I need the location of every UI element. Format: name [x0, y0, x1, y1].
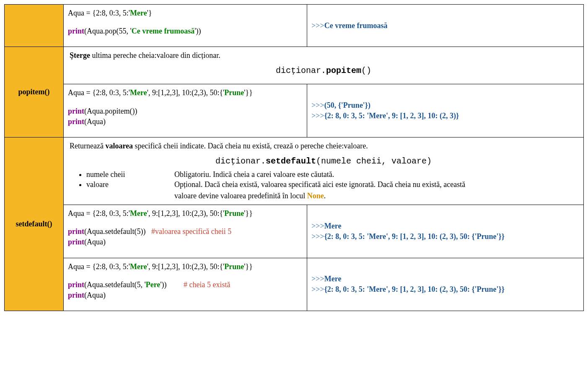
- code-keyword: print: [68, 238, 84, 246]
- code-text: (Aqua.pop(55, ': [84, 27, 132, 35]
- code-text: ', 9:[1,2,3], 10:(2,3), 50:{': [147, 209, 225, 218]
- code-keyword: print: [68, 27, 84, 35]
- code-text: ', 9:[1,2,3], 10:(2,3), 50:{': [147, 88, 225, 97]
- param-desc: Opțional. Dacă cheia există, valoarea sp…: [174, 180, 578, 189]
- code-text: '}}: [244, 88, 253, 97]
- code-string: Mere: [130, 262, 147, 271]
- code-text: ')): [194, 27, 201, 35]
- syntax-bold: popitem: [326, 66, 361, 75]
- syntax-text: dicționar.: [215, 156, 266, 166]
- param-name: valoare: [86, 180, 174, 189]
- list-item: numele cheii Obligatoriu. Indică cheia a…: [86, 170, 578, 179]
- table-row: Aqua = {2:8, 0:3, 5:'Mere', 9:[1,2,3], 1…: [5, 84, 584, 138]
- desc-bold: valoarea: [105, 142, 133, 150]
- param-list: numele cheii Obligatoriu. Indică cheia a…: [86, 170, 578, 189]
- code-cell: Aqua = {2:8, 0:3, 5:'Mere', 9:[1,2,3], 1…: [64, 258, 307, 311]
- desc-text: specifică cheii indicate. Dacă cheia nu …: [133, 142, 368, 150]
- table-row: Aqua = {2:8, 0:3, 5:'Mere', 9:[1,2,3], 1…: [5, 205, 584, 258]
- output-cell: >>>(50, {'Prune'}) >>>{2: 8, 0: 3, 5: 'M…: [307, 84, 584, 138]
- output-cell: >>>Mere >>>{2: 8, 0: 3, 5: 'Mere', 9: [1…: [307, 205, 584, 258]
- code-text: ', 9:[1,2,3], 10:(2,3), 50:{': [147, 262, 225, 271]
- code-text: (Aqua.popitem()): [84, 107, 137, 115]
- table-row: popitem() Șterge ultima pereche cheia:va…: [5, 47, 584, 84]
- output-prompt: >>>: [311, 112, 324, 120]
- code-text: ')): [160, 280, 184, 289]
- syntax-text: dicționar.: [276, 66, 326, 75]
- table-row: Aqua = {2:8, 0:3, 5:'Mere'} print(Aqua.p…: [5, 5, 584, 47]
- output-text: {2: 8, 0: 3, 5: 'Mere', 9: [1, 2, 3], 10…: [324, 112, 459, 120]
- code-text: Aqua = {2:8, 0:3, 5:': [68, 209, 130, 218]
- output-text: (50, {'Prune'}): [324, 101, 370, 109]
- code-string: Prune: [224, 88, 244, 97]
- code-keyword: print: [68, 107, 84, 115]
- code-text: Aqua = {2:8, 0:3, 5:': [68, 262, 130, 271]
- syntax-text: (): [361, 66, 371, 75]
- table-row: setdefault() Returnează valoarea specifi…: [5, 137, 584, 205]
- method-name-label: setdefault(): [16, 220, 52, 228]
- description-cell: Returnează valoarea specifică cheii indi…: [64, 137, 584, 205]
- code-comment: # cheia 5 există: [184, 280, 230, 289]
- desc-bold: Șterge: [70, 51, 90, 60]
- code-text: '}}: [244, 262, 253, 271]
- code-string: Mere: [130, 88, 147, 97]
- syntax-line: dicționar.setdefault(numele cheii, valoa…: [70, 156, 578, 166]
- code-string: Prune: [224, 209, 244, 218]
- code-text: (Aqua): [84, 117, 106, 126]
- output-text: {2: 8, 0: 3, 5: 'Mere', 9: [1, 2, 3], 10…: [324, 232, 505, 241]
- output-text: {2: 8, 0: 3, 5: 'Mere', 9: [1, 2, 3], 10…: [324, 285, 505, 293]
- code-text: (Aqua.setdefault(5)): [84, 227, 151, 236]
- code-text: (Aqua): [84, 291, 106, 299]
- code-string: Mere: [130, 209, 147, 218]
- output-cell: >>>Ce vreme frumoasă: [307, 5, 584, 47]
- code-text: (Aqua): [84, 238, 106, 246]
- method-name-label: popitem(): [18, 88, 50, 96]
- method-cell-popitem: popitem(): [5, 47, 64, 138]
- description-cell: Șterge ultima pereche cheia:valoare din …: [64, 47, 584, 84]
- output-text: Mere: [324, 222, 342, 230]
- code-text: Aqua = {2:8, 0:3, 5:': [68, 9, 130, 17]
- output-prompt: >>>: [311, 285, 324, 293]
- code-text: Aqua = {2:8, 0:3, 5:': [68, 88, 130, 97]
- code-string: Mere: [130, 9, 147, 17]
- desc-text: .: [324, 192, 326, 200]
- code-keyword: print: [68, 291, 84, 299]
- code-text: (Aqua.setdefault(5, ': [84, 280, 146, 289]
- code-text: '}}: [244, 209, 253, 218]
- code-string: Prune: [224, 262, 244, 271]
- list-item: valoare Opțional. Dacă cheia există, val…: [86, 180, 578, 189]
- output-prompt: >>>: [311, 222, 324, 230]
- param-name: numele cheii: [86, 170, 174, 179]
- output-prompt: >>>: [311, 21, 324, 30]
- desc-text: valoare devine valoarea predefinită în l…: [174, 192, 307, 200]
- desc-text: Returnează: [70, 142, 105, 150]
- code-comment: #valoarea specifică cheii 5: [151, 227, 231, 236]
- syntax-line: dicționar.popitem(): [70, 66, 578, 75]
- code-string: Pere: [146, 280, 161, 289]
- code-text: '}: [147, 9, 152, 17]
- desc-text: ultima pereche cheia:valoare din dicțion…: [90, 51, 220, 60]
- syntax-text: (numele cheii, valoare): [316, 156, 432, 166]
- code-cell: Aqua = {2:8, 0:3, 5:'Mere', 9:[1,2,3], 1…: [64, 84, 307, 138]
- output-text: Mere: [324, 275, 342, 283]
- output-prompt: >>>: [311, 101, 324, 109]
- syntax-bold: setdefault: [266, 156, 316, 166]
- code-keyword: print: [68, 280, 84, 289]
- code-cell: Aqua = {2:8, 0:3, 5:'Mere'} print(Aqua.p…: [64, 5, 307, 47]
- table-row: Aqua = {2:8, 0:3, 5:'Mere', 9:[1,2,3], 1…: [5, 258, 584, 311]
- code-keyword: print: [68, 227, 84, 236]
- output-cell: >>>Mere >>>{2: 8, 0: 3, 5: 'Mere', 9: [1…: [307, 258, 584, 311]
- method-cell-empty: [5, 5, 64, 47]
- output-prompt: >>>: [311, 275, 324, 283]
- param-desc-continued: valoare devine valoarea predefinită în l…: [174, 192, 578, 200]
- code-cell: Aqua = {2:8, 0:3, 5:'Mere', 9:[1,2,3], 1…: [64, 205, 307, 258]
- code-keyword: print: [68, 117, 84, 126]
- output-text: Ce vreme frumoasă: [324, 21, 388, 30]
- output-prompt: >>>: [311, 232, 324, 241]
- methods-table: Aqua = {2:8, 0:3, 5:'Mere'} print(Aqua.p…: [4, 4, 584, 311]
- code-none: None: [307, 192, 324, 200]
- method-cell-setdefault: setdefault(): [5, 137, 64, 311]
- param-desc: Obligatoriu. Indică cheia a carei valoar…: [174, 170, 578, 179]
- code-string: Ce vreme frumoasă: [132, 27, 195, 35]
